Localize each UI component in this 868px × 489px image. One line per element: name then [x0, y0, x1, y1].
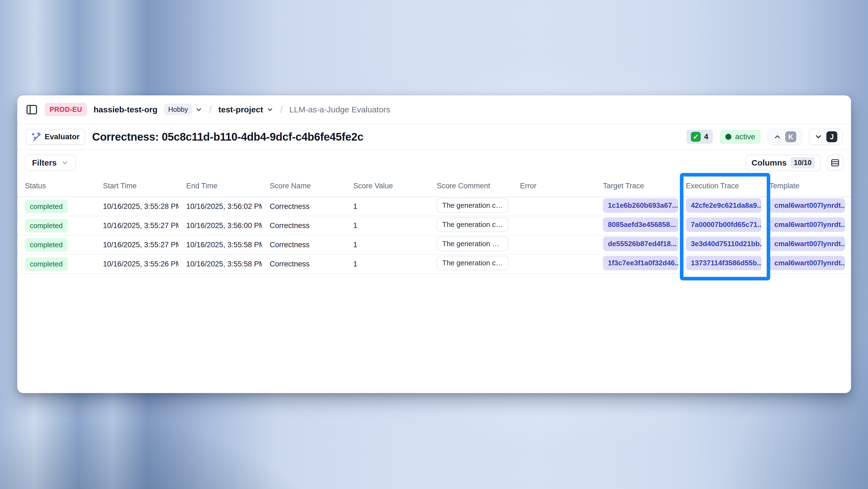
- table-row[interactable]: completed10/16/2025, 3:55:28 PM10/16/202…: [17, 197, 851, 216]
- cell-score-comment: The generation corre...: [429, 197, 512, 216]
- breadcrumb-org[interactable]: hassieb-test-org: [94, 105, 157, 114]
- score-comment-box[interactable]: The generation corre...: [437, 218, 508, 232]
- column-header-error: Error: [512, 175, 595, 197]
- cell-execution-trace: 3e3d40d75110d21bb...: [678, 235, 762, 254]
- column-header-score-value: Score Value: [346, 175, 429, 197]
- score-comment-box[interactable]: The generation corre...: [437, 198, 508, 213]
- table-header-row: StatusStart TimeEnd TimeScore NameScore …: [17, 175, 851, 197]
- status-label: active: [735, 133, 755, 141]
- status-badge: completed: [25, 238, 68, 252]
- column-header-end-time: End Time: [179, 175, 262, 197]
- cell-score-name: Correctness: [262, 235, 346, 254]
- cell-score-name: Correctness: [262, 254, 346, 274]
- target-trace-link[interactable]: 1f3c7ee3f1a0f32d46...: [603, 256, 678, 270]
- wand-sparkles-icon: [31, 132, 41, 142]
- chevron-down-icon: [814, 133, 823, 141]
- org-plan-selector[interactable]: Hobby: [164, 104, 203, 115]
- row-height-button[interactable]: [827, 154, 843, 171]
- evaluator-type-label: Evaluator: [44, 133, 80, 141]
- target-trace-link[interactable]: de55526b87ed4f18...: [603, 236, 678, 251]
- execution-trace-link[interactable]: 13737114f3586d55b...: [686, 256, 762, 270]
- cell-error: [512, 197, 595, 216]
- target-trace-link[interactable]: 1c1e6b260b693a67...: [603, 198, 678, 213]
- column-header-target-trace: Target Trace: [595, 175, 678, 197]
- breadcrumb-project: test-project: [218, 105, 263, 114]
- breadcrumb-page-label: LLM-as-a-Judge Evaluators: [289, 105, 391, 114]
- cell-status: completed: [17, 254, 95, 274]
- columns-button[interactable]: Columns 10/10: [746, 154, 821, 171]
- cell-score-comment: The generation corre...: [429, 254, 512, 274]
- column-header-score-name: Score Name: [262, 175, 346, 197]
- cell-target-trace: 8085aefd3e456858...: [595, 216, 678, 235]
- cell-score-comment: The generation corre...: [429, 216, 512, 235]
- columns-count-badge: 10/10: [790, 157, 815, 168]
- check-icon: ✓: [691, 132, 701, 142]
- template-link[interactable]: cmal6wart007lynrdt...: [769, 218, 845, 232]
- sidebar-toggle-button[interactable]: [26, 103, 38, 116]
- cell-score-value: 1: [346, 235, 429, 254]
- cell-score-value: 1: [346, 254, 429, 274]
- evaluator-detail-card: PROD-EU hassieb-test-org Hobby / test-pr…: [17, 95, 851, 393]
- score-comment-box[interactable]: The generation provi...: [437, 236, 508, 251]
- filters-label: Filters: [32, 158, 57, 168]
- cell-status: completed: [17, 216, 95, 235]
- cell-start-time: 10/16/2025, 3:55:26 PM: [95, 254, 179, 274]
- active-status-badge: active: [720, 130, 761, 144]
- cell-execution-trace: 13737114f3586d55b...: [678, 254, 762, 274]
- cell-score-value: 1: [346, 216, 429, 235]
- cell-end-time: 10/16/2025, 3:56:02 PM: [179, 197, 262, 216]
- cell-start-time: 10/16/2025, 3:55:27 PM: [95, 216, 179, 235]
- cell-status: completed: [17, 235, 95, 254]
- evaluator-runs-table: StatusStart TimeEnd TimeScore NameScore …: [17, 175, 851, 274]
- cell-error: [512, 235, 595, 254]
- cell-score-name: Correctness: [262, 197, 346, 216]
- status-dot-icon: [725, 134, 732, 140]
- cell-end-time: 10/16/2025, 3:55:58 PM: [179, 254, 262, 274]
- table-row[interactable]: completed10/16/2025, 3:55:27 PM10/16/202…: [17, 235, 851, 254]
- columns-label: Columns: [752, 158, 787, 168]
- cell-status: completed: [17, 197, 95, 216]
- execution-trace-link[interactable]: 3e3d40d75110d21bb...: [686, 236, 762, 251]
- cell-target-trace: 1f3c7ee3f1a0f32d46...: [595, 254, 678, 274]
- template-link[interactable]: cmal6wart007lynrdt...: [769, 256, 845, 270]
- execution-trace-link[interactable]: 42cfe2e9c621da8a9...: [686, 198, 762, 213]
- cell-execution-trace: 7a00007b00fd65c71...: [678, 216, 762, 235]
- breadcrumb-separator: /: [280, 104, 283, 115]
- environment-badge: PROD-EU: [44, 103, 87, 116]
- column-header-score-comment: Score Comment: [429, 175, 512, 197]
- chevron-down-icon: [195, 106, 203, 113]
- project-selector[interactable]: test-project: [218, 105, 273, 114]
- prev-record-button[interactable]: K: [768, 128, 802, 145]
- table-row[interactable]: completed10/16/2025, 3:55:27 PM10/16/202…: [17, 216, 851, 235]
- page-title: Correctness: 05c8c11d-b110-4db4-9dcf-c4b…: [92, 131, 363, 143]
- chevron-down-icon: [267, 106, 274, 113]
- filters-button[interactable]: Filters: [25, 154, 76, 171]
- panel-left-icon: [26, 103, 38, 116]
- cell-target-trace: 1c1e6b260b693a67...: [595, 197, 678, 216]
- cell-template: cmal6wart007lynrdt...: [762, 254, 851, 274]
- column-header-status: Status: [17, 175, 95, 197]
- target-trace-link[interactable]: 8085aefd3e456858...: [603, 218, 678, 232]
- cell-start-time: 10/16/2025, 3:55:27 PM: [95, 235, 179, 254]
- cell-score-comment: The generation provi...: [429, 235, 512, 254]
- status-badge: completed: [25, 200, 68, 213]
- template-link[interactable]: cmal6wart007lynrdt...: [769, 236, 845, 251]
- table-row[interactable]: completed10/16/2025, 3:55:26 PM10/16/202…: [17, 254, 851, 274]
- next-record-button[interactable]: J: [809, 128, 843, 145]
- cell-template: cmal6wart007lynrdt...: [762, 235, 851, 254]
- execution-trace-link[interactable]: 7a00007b00fd65c71...: [686, 218, 762, 232]
- cell-error: [512, 216, 595, 235]
- cell-error: [512, 254, 595, 274]
- cell-template: cmal6wart007lynrdt...: [762, 216, 851, 235]
- cell-start-time: 10/16/2025, 3:55:28 PM: [95, 197, 179, 216]
- cell-end-time: 10/16/2025, 3:56:00 PM: [179, 216, 262, 235]
- cell-execution-trace: 42cfe2e9c621da8a9...: [678, 197, 762, 216]
- score-comment-box[interactable]: The generation corre...: [437, 256, 508, 270]
- success-count-badge: ✓ 4: [686, 130, 713, 144]
- table-toolbar: Filters Columns 10/10: [17, 150, 851, 175]
- evaluator-type-badge: Evaluator: [26, 129, 85, 145]
- template-link[interactable]: cmal6wart007lynrdt...: [769, 198, 845, 213]
- cell-template: cmal6wart007lynrdt...: [762, 197, 851, 216]
- cell-score-value: 1: [346, 197, 429, 216]
- keyboard-shortcut-k: K: [785, 131, 796, 142]
